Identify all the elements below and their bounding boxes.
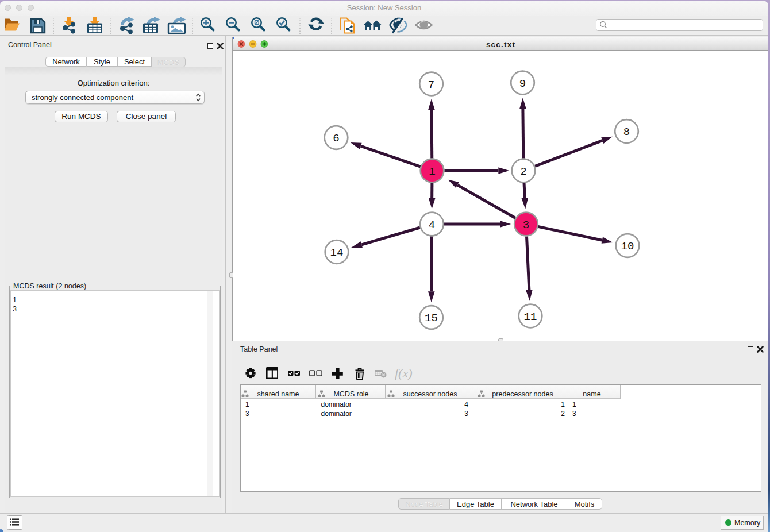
- svg-text:7: 7: [428, 79, 434, 91]
- svg-text:2: 2: [520, 165, 526, 178]
- svg-text:8: 8: [623, 126, 629, 138]
- svg-text:9: 9: [519, 78, 525, 90]
- svg-text:14: 14: [330, 246, 343, 259]
- svg-text:15: 15: [425, 312, 438, 325]
- svg-text:11: 11: [523, 311, 537, 323]
- svg-text:3: 3: [522, 219, 529, 232]
- svg-text:f(x): f(x): [395, 366, 413, 380]
- svg-text:1: 1: [429, 165, 435, 178]
- svg-text:4: 4: [428, 219, 434, 232]
- svg-text:6: 6: [333, 132, 339, 145]
- svg-text:10: 10: [621, 240, 634, 253]
